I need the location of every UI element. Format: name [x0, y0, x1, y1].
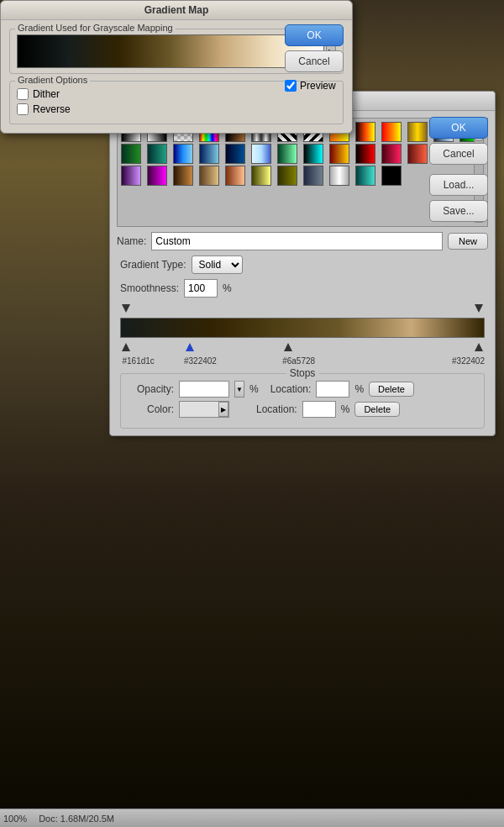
swatch-cool[interactable] — [199, 144, 219, 164]
ok-button[interactable]: OK — [285, 24, 344, 46]
opacity-location-label: Location: — [270, 383, 312, 395]
gradient-options-label: Gradient Options — [15, 75, 90, 85]
swatch-coral[interactable] — [407, 144, 428, 164]
ge-ok-button[interactable]: OK — [429, 117, 488, 139]
swatch-magenta[interactable] — [147, 166, 167, 186]
color-stop-3[interactable] — [475, 343, 483, 351]
dither-label: Dither — [33, 88, 60, 100]
swatch-lavender[interactable] — [121, 166, 141, 186]
gradient-used-label: Gradient Used for Grayscale Mapping — [15, 23, 176, 33]
gradient-bar[interactable] — [120, 318, 485, 338]
swatch-gold[interactable] — [407, 122, 428, 142]
doc-info: Doc: 1.68M/20.5M — [39, 814, 114, 824]
swatch-warm[interactable] — [329, 144, 349, 164]
smoothness-pct: % — [223, 282, 232, 294]
gradient-map-title: Gradient Map — [144, 4, 209, 16]
gradient-type-row: Gradient Type: Solid Noise — [117, 255, 488, 274]
dither-checkbox[interactable] — [17, 88, 29, 100]
stop-label-1: #322402 — [184, 356, 217, 366]
zoom-level: 100% — [3, 814, 27, 824]
opacity-location-pct: % — [354, 383, 364, 395]
preview-label: Preview — [300, 80, 336, 92]
color-box-arrow[interactable]: ▶ — [218, 402, 228, 417]
smoothness-label: Smoothness: — [120, 282, 179, 294]
swatch-olive[interactable] — [277, 166, 297, 186]
name-input[interactable] — [151, 232, 443, 250]
swatch-turq[interactable] — [355, 166, 375, 186]
swatch-sepia[interactable] — [173, 166, 193, 186]
gradient-editor-dialog: Gradient Map — [109, 91, 496, 436]
swatch-nightsky[interactable] — [225, 144, 245, 164]
swatch-peach[interactable] — [225, 166, 245, 186]
reverse-checkbox[interactable] — [17, 103, 29, 115]
opacity-location-input[interactable] — [316, 381, 349, 398]
color-location-input[interactable] — [302, 401, 336, 418]
dialog-buttons: OK Cancel Preview — [285, 24, 344, 92]
name-label: Name: — [117, 235, 146, 247]
opacity-row: Opacity: ▼ % Location: % Delete — [128, 381, 477, 398]
swatch-slate[interactable] — [303, 166, 323, 186]
bottom-color-stops — [120, 340, 485, 353]
ge-save-button[interactable]: Save... — [429, 200, 488, 222]
opacity-input[interactable] — [179, 381, 229, 398]
stop-label-3: #322402 — [452, 356, 485, 366]
gradient-type-label: Gradient Type: — [120, 259, 186, 271]
cancel-button[interactable]: Cancel — [285, 50, 344, 72]
smoothness-row: Smoothness: % — [117, 279, 488, 298]
swatch-silver[interactable] — [329, 166, 349, 186]
gradient-type-select[interactable]: Solid Noise — [192, 255, 243, 274]
smoothness-input[interactable] — [184, 279, 218, 298]
opacity-label: Opacity: — [128, 383, 174, 395]
gradient-map-titlebar: Gradient Map — [1, 1, 352, 20]
reverse-row: Reverse — [17, 103, 336, 115]
ge-load-button[interactable]: Load... — [429, 174, 488, 196]
opacity-delete-button[interactable]: Delete — [369, 382, 414, 397]
reverse-label: Reverse — [33, 103, 71, 115]
opacity-arrow[interactable]: ▼ — [234, 381, 244, 398]
swatch-black[interactable] — [381, 166, 402, 186]
ge-right-buttons: OK Cancel Load... Save... — [429, 117, 488, 222]
color-row: Color: ▶ Location: % Delete — [128, 401, 477, 418]
swatch-ice[interactable] — [251, 144, 271, 164]
swatch-rose[interactable] — [381, 144, 402, 164]
color-stop-0[interactable] — [122, 343, 130, 351]
color-location-pct: % — [341, 403, 350, 415]
preview-row: Preview — [285, 80, 344, 92]
taskbar: 100% Doc: 1.68M/20.5M — [0, 809, 504, 827]
swatch-fire[interactable] — [355, 122, 375, 142]
swatch-cyan[interactable] — [303, 144, 323, 164]
stop-label-0: #161d1c — [123, 356, 155, 366]
name-row: Name: New — [117, 232, 488, 250]
swatch-teal[interactable] — [147, 144, 167, 164]
opacity-stop-right[interactable] — [475, 304, 483, 313]
opacity-stop-left[interactable] — [122, 304, 130, 313]
opacity-pct: % — [249, 383, 259, 395]
color-stop-2[interactable] — [284, 343, 292, 351]
color-stop-1[interactable] — [186, 343, 194, 351]
gradient-map-body: Gradient Used for Grayscale Mapping ▶ Gr… — [1, 20, 352, 133]
stops-section: Stops Opacity: ▼ % Location: % Delete Co… — [120, 373, 485, 429]
stop-label-2: #6a5728 — [282, 356, 315, 366]
swatch-forest[interactable] — [121, 144, 141, 164]
gradient-map-dialog: Gradient Map Gradient Used for Grayscale… — [0, 0, 353, 134]
swatch-sand[interactable] — [199, 166, 219, 186]
preview-checkbox[interactable] — [285, 80, 297, 92]
swatch-lemon[interactable] — [251, 166, 271, 186]
color-swatch-box[interactable]: ▶ — [179, 401, 229, 418]
swatch-sunset[interactable] — [381, 122, 402, 142]
color-delete-button[interactable]: Delete — [354, 402, 400, 417]
color-location-label: Location: — [256, 403, 297, 415]
swatch-red[interactable] — [355, 144, 375, 164]
new-button[interactable]: New — [448, 233, 488, 250]
gradient-bar-container: #161d1c #322402 #6a5728 #322402 — [120, 303, 485, 370]
top-opacity-stops — [120, 303, 485, 316]
gradient-preview-bar[interactable] — [17, 34, 324, 68]
ge-cancel-button[interactable]: Cancel — [429, 143, 488, 165]
swatch-ocean[interactable] — [173, 144, 193, 164]
stops-section-title: Stops — [286, 367, 319, 379]
swatch-mint[interactable] — [277, 144, 297, 164]
color-label: Color: — [128, 403, 174, 415]
